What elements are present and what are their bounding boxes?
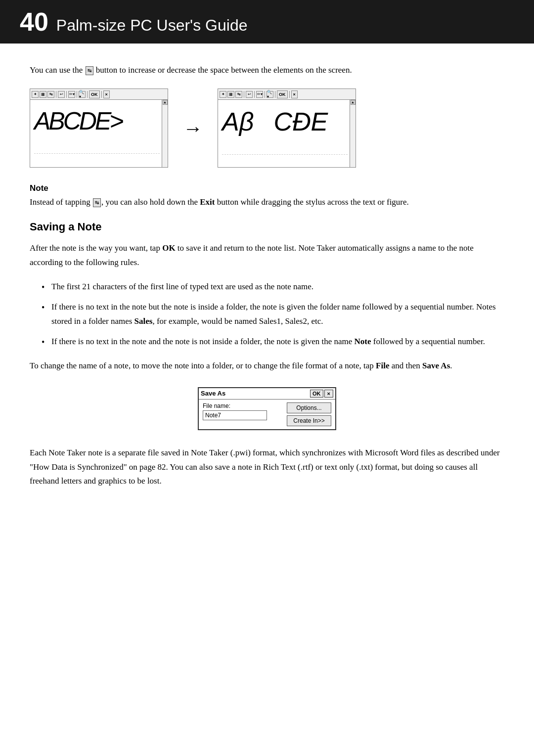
toolbar-icon-2b: ▦: [227, 91, 234, 98]
dialog-title-buttons: OK ×: [310, 390, 333, 398]
main-content: You can use the ↹ button to increase or …: [0, 44, 534, 518]
ok-bold: OK: [162, 243, 175, 253]
bullet-text-1: The first 21 characters of the first lin…: [51, 282, 313, 291]
save-as-dialog: Save As OK × File name: Options... Creat…: [198, 387, 336, 430]
exit-bold: Exit: [200, 197, 215, 207]
toolbar-icon-expand-b[interactable]: ↹: [235, 91, 242, 98]
sales-bold: Sales: [134, 316, 153, 326]
intro-paragraph: You can use the ↹ button to increase or …: [30, 63, 504, 77]
bullet-item-2: If there is no text in the note but the …: [42, 300, 504, 329]
body-para-1: After the note is the way you want, tap …: [30, 241, 504, 270]
file-bold: File: [376, 361, 389, 370]
hw-toolbar-2: ✦ ▦ ↹ ↩ ✏▾ 🔍▾ OK ×: [218, 89, 356, 100]
dialog-titlebar: Save As OK ×: [199, 388, 335, 400]
toolbar-icon-zoom[interactable]: 🔍▾: [79, 91, 86, 98]
hw-text-before: ABCDE>: [34, 104, 160, 133]
hw-line-1: [34, 153, 160, 154]
sep-5: [101, 91, 102, 98]
toolbar-icon-2: ▦: [40, 91, 46, 98]
dialog-area: Save As OK × File name: Options... Creat…: [30, 387, 504, 430]
hw-line-2: [222, 154, 348, 155]
scroll-up-2[interactable]: ▲: [351, 100, 356, 105]
toolbar-close-1[interactable]: ×: [103, 90, 110, 98]
toolbar-ok-1[interactable]: OK: [89, 90, 100, 98]
section-heading: Saving a Note: [30, 221, 504, 233]
toolbar-icon-zoom-b[interactable]: 🔍▾: [267, 91, 273, 98]
hw-scrollbar-1[interactable]: ▲: [162, 100, 168, 167]
hw-scrollbar-2[interactable]: ▲: [350, 100, 356, 167]
bullet-item-3: If there is no text in the note and the …: [42, 335, 504, 349]
bullet-list: The first 21 characters of the first lin…: [42, 280, 504, 349]
dialog-body: File name: Options... Create In>>: [199, 400, 335, 429]
file-name-label: File name:: [203, 402, 283, 409]
sep-5b: [289, 91, 290, 98]
create-in-button[interactable]: Create In>>: [287, 415, 331, 426]
bullet-text-3: If there is no text in the note and the …: [51, 337, 485, 346]
hw-content-1: ABCDE>: [30, 100, 168, 167]
toolbar-ok-2[interactable]: OK: [277, 90, 288, 98]
hw-text-ab: Aβ: [222, 109, 254, 134]
dialog-close-button[interactable]: ×: [324, 390, 333, 398]
sep-2b: [254, 91, 255, 98]
dialog-right: Options... Create In>>: [287, 402, 331, 426]
bullet-text-2: If there is no text in the note but the …: [51, 302, 496, 326]
note-text: Instead of tapping ↹, you can also hold …: [30, 195, 504, 209]
hw-box-before: ✦ ▦ ↹ ↩ ✏▾ 🔍▾ OK × ▲ ABCDE>: [30, 89, 168, 168]
scroll-up-1[interactable]: ▲: [163, 100, 168, 105]
note-section: Note Instead of tapping ↹, you can also …: [30, 183, 504, 209]
file-name-input[interactable]: [203, 410, 267, 420]
page-header: 40 Palm-size PC User's Guide: [0, 0, 534, 44]
hw-text-after: Aβ CĐΕ: [222, 104, 348, 134]
note-label: Note: [30, 183, 504, 193]
toolbar-icon-undo-b[interactable]: ↩: [246, 91, 253, 98]
sep-1: [56, 91, 56, 98]
body-para-2: To change the name of a note, to move th…: [30, 359, 504, 373]
toolbar-icon-undo[interactable]: ↩: [58, 91, 65, 98]
sep-3b: [265, 91, 265, 98]
expand-icon: ↹: [86, 66, 93, 75]
dialog-ok-button[interactable]: OK: [310, 390, 323, 398]
body-para-3: Each Note Taker note is a separate file …: [30, 446, 504, 489]
hw-box-after: ✦ ▦ ↹ ↩ ✏▾ 🔍▾ OK × ▲ Aβ CĐΕ: [218, 89, 356, 168]
sep-3: [77, 91, 77, 98]
demo-area: ✦ ▦ ↹ ↩ ✏▾ 🔍▾ OK × ▲ ABCDE>: [30, 89, 504, 168]
sep-4b: [275, 91, 275, 98]
page-title: Palm-size PC User's Guide: [56, 16, 248, 35]
hw-toolbar-1: ✦ ▦ ↹ ↩ ✏▾ 🔍▾ OK ×: [30, 89, 168, 100]
saveas-bold: Save As: [422, 361, 450, 370]
toolbar-icon-1: ✦: [32, 91, 39, 98]
toolbar-icon-1b: ✦: [220, 91, 226, 98]
sep-2: [66, 91, 67, 98]
page-number: 40: [20, 9, 48, 35]
sep-4: [87, 91, 88, 98]
toolbar-icon-expand[interactable]: ↹: [47, 91, 54, 98]
note-bold: Note: [355, 337, 371, 346]
dialog-left: File name:: [203, 402, 283, 426]
sep-1b: [244, 91, 244, 98]
hw-text-cde: CĐΕ: [273, 109, 328, 134]
toolbar-icon-pen-b[interactable]: ✏▾: [256, 91, 263, 98]
toolbar-close-2[interactable]: ×: [291, 90, 298, 98]
toolbar-icon-pen[interactable]: ✏▾: [68, 91, 75, 98]
expand-icon-inline: ↹: [93, 198, 101, 207]
bullet-item-1: The first 21 characters of the first lin…: [42, 280, 504, 294]
hw-content-2: Aβ CĐΕ: [218, 100, 356, 167]
arrow-indicator: →: [183, 117, 203, 140]
options-button[interactable]: Options...: [287, 402, 331, 413]
dialog-title: Save As: [201, 390, 225, 397]
